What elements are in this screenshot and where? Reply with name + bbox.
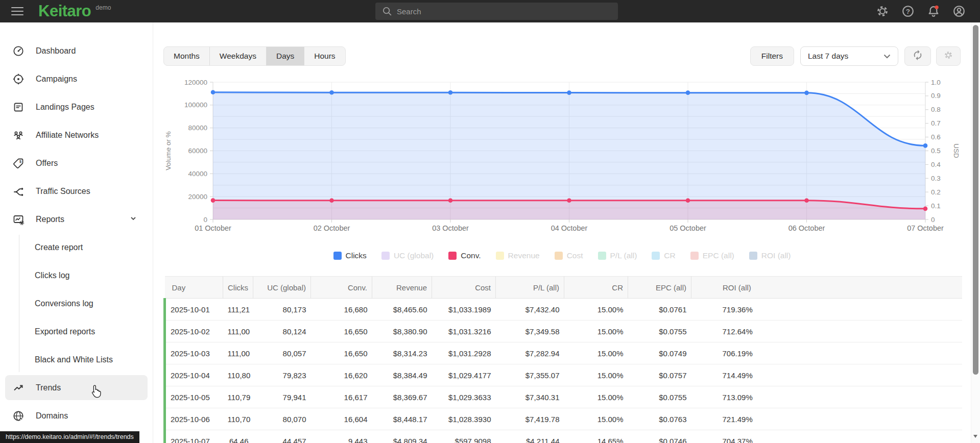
column-header-pl-all[interactable]: P/L (all) [496,277,564,299]
trends-icon [12,382,25,394]
legend-label: EPC (all) [703,251,734,260]
column-header-cost[interactable]: Cost [432,277,496,299]
table-row[interactable]: 2025-10-03111,0080,05716,650$8,314.23$1,… [165,342,962,364]
cell-pl-all: $7,432.40 [496,299,564,321]
column-header-conv[interactable]: Conv. [311,277,372,299]
keitaro-trends-page: { "topbar": { "logo": "Keitaro", "enviro… [0,0,980,443]
hamburger-menu-icon[interactable] [11,5,25,18]
cell-revenue: $8,314.23 [372,342,432,364]
table-row[interactable]: 2025-10-0764,4644,4579,443$4,809.34$597.… [165,430,962,443]
campaigns-icon [12,73,25,85]
cell-cr: 15.00% [564,408,628,430]
tab-weekdays[interactable]: Weekdays [210,47,267,65]
cell-uc-global: 80,173 [253,299,311,321]
column-header-epc-all[interactable]: EPC (all) [628,277,691,299]
cell-pl-all: $7,340.31 [496,386,564,408]
sidebar-item-exported-reports[interactable]: Exported reports [19,319,153,344]
cell-revenue: $8,448.17 [372,408,432,430]
legend-label: CR [664,251,675,260]
cell-roi-all: 704.37% [691,430,962,443]
cell-roi-all: 721.49% [691,408,962,430]
legend-item-p-l-all[interactable]: P/L (all) [598,251,637,260]
tab-months[interactable]: Months [164,47,210,65]
tab-days[interactable]: Days [267,47,304,65]
table-row[interactable]: 2025-10-01111,2180,17316,680$8,465.60$1,… [165,299,962,321]
cell-roi-all: 713.09% [691,386,962,408]
gear-icon [944,51,953,62]
column-header-cr[interactable]: CR [564,277,628,299]
sidebar-item-create-report[interactable]: Create report [19,235,153,260]
cell-clicks: 111,00 [223,342,253,364]
date-range-select[interactable]: Last 7 days [800,46,898,66]
table-row[interactable]: 2025-10-06110,7080,07016,604$8,448.17$1,… [165,408,962,430]
cell-day: 2025-10-01 [165,299,223,321]
help-icon[interactable]: ? [901,5,915,18]
legend-item-clicks[interactable]: Clicks [333,251,367,260]
legend-item-roi-all[interactable]: ROI (all) [749,251,791,260]
cell-cr: 15.00% [564,299,628,321]
cell-day: 2025-10-05 [165,386,223,408]
granularity-tabs: Months Weekdays Days Hours [163,46,346,66]
column-header-revenue[interactable]: Revenue [372,277,432,299]
scrollbar-thumb[interactable] [973,25,978,375]
legend-item-uc-global[interactable]: UC (global) [381,251,434,260]
legend-item-cost[interactable]: Cost [555,251,583,260]
sidebar-item-domains[interactable]: Domains [5,403,148,428]
table-row[interactable]: 2025-10-04110,8079,82316,620$8,384.49$1,… [165,364,962,386]
refresh-button[interactable] [904,46,931,66]
cell-conv: 16,680 [311,299,372,321]
settings-icon[interactable] [876,5,889,18]
cell-roi-all: 719.36% [691,299,962,321]
legend-swatch [381,252,390,260]
legend-item-revenue[interactable]: Revenue [496,251,540,260]
legend-swatch [598,252,606,260]
cell-clicks: 111,00 [223,321,253,342]
column-header-day[interactable]: Day [165,277,223,299]
scrollbar-track[interactable] [971,22,980,443]
chart-settings-button[interactable] [936,46,961,66]
svg-text:04 October: 04 October [551,224,588,232]
cell-day: 2025-10-02 [165,321,223,342]
legend-item-epc-all[interactable]: EPC (all) [690,251,734,260]
notifications-bell-icon[interactable] [927,5,940,18]
search-input[interactable] [375,3,618,20]
svg-text:$: $ [19,159,21,163]
sidebar-item-offers[interactable]: $ Offers [5,151,148,176]
account-icon[interactable] [952,5,966,18]
sidebar: Dashboard Campaigns Landings Pages Affil… [0,22,153,443]
legend-item-conv[interactable]: Conv. [448,251,481,260]
sidebar-item-trends[interactable]: Trends [5,375,148,400]
sidebar-item-affiliate-networks[interactable]: Affiliate Networks [5,122,148,147]
table-row[interactable]: 2025-10-05110,7979,94116,617$8,369.67$1,… [165,386,962,408]
column-header-roi-all[interactable]: ROI (all) [691,277,962,299]
cell-pl-all: $7,355.07 [496,364,564,386]
legend-swatch [652,252,660,260]
cell-conv: 16,620 [311,364,372,386]
sidebar-item-landing-pages[interactable]: Landings Pages [5,94,148,119]
cell-revenue: $8,380.90 [372,321,432,342]
cell-cr: 15.00% [564,342,628,364]
table-row[interactable]: 2025-10-02111,0080,12416,650$8,380.90$1,… [165,321,962,342]
cell-day: 2025-10-07 [165,430,223,443]
column-header-uc-global[interactable]: UC (global) [253,277,311,299]
sidebar-item-traffic-sources[interactable]: Traffic Sources [5,179,148,204]
sidebar-item-black-white-lists[interactable]: Black and White Lists [19,347,153,372]
cell-day: 2025-10-04 [165,364,223,386]
sidebar-item-campaigns[interactable]: Campaigns [5,66,148,91]
column-header-clicks[interactable]: Clicks [223,277,253,299]
cell-revenue: $8,465.60 [372,299,432,321]
sidebar-item-reports[interactable]: Reports [5,207,148,232]
legend-item-cr[interactable]: CR [652,251,675,260]
sidebar-item-conversions-log[interactable]: Conversions log [19,291,153,316]
legend-label: Conv. [461,251,481,260]
svg-text:Volume or %: Volume or % [164,131,172,170]
svg-text:20000: 20000 [188,193,207,201]
notification-dot [935,6,938,9]
tab-hours[interactable]: Hours [304,47,345,65]
filters-button[interactable]: Filters [750,46,794,66]
sidebar-item-clicks-log[interactable]: Clicks log [19,263,153,288]
cell-conv: 16,617 [311,386,372,408]
scroll-down-arrow-icon[interactable] [973,435,977,440]
sidebar-item-dashboard[interactable]: Dashboard [5,38,148,63]
legend-label: Clicks [346,251,367,260]
